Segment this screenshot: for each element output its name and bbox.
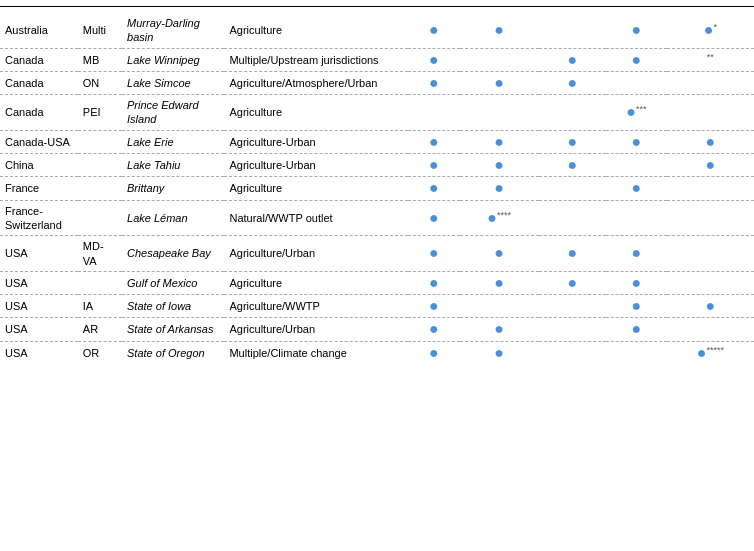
table-row: USA OR State of Oregon Multiple/Climate … [0, 341, 754, 364]
habs-dot-cell: ● [408, 71, 459, 94]
internal-loading-dot-cell [539, 318, 607, 341]
state-cell [78, 271, 122, 294]
prov-area-cell: Murray-Darling basin [122, 13, 224, 48]
massive-fish-kills-dot-cell [606, 71, 667, 94]
limited-recreation-dot-cell [460, 95, 539, 131]
dot-indicator: ● [487, 209, 497, 226]
nutrient-source-cell: Natural/WWTP outlet [224, 200, 408, 236]
state-cell: Multi [78, 13, 122, 48]
dot-indicator: ● [568, 274, 578, 291]
prov-area-cell: Lake Winnipeg [122, 48, 224, 71]
country-cell: Canada [0, 48, 78, 71]
massive-fish-kills-dot-cell [606, 200, 667, 236]
massive-fish-kills-dot-cell: ● [606, 48, 667, 71]
table-row: USA MD-VA Chesapeake Bay Agriculture/Urb… [0, 236, 754, 272]
drinking-supply-dot-cell [667, 95, 754, 131]
dot-indicator: ● [568, 51, 578, 68]
limited-recreation-dot-cell: ● [460, 318, 539, 341]
dot-indicator: ● [429, 156, 439, 173]
nutrient-source-cell: Agriculture/Atmosphere/Urban [224, 71, 408, 94]
country-cell: France [0, 177, 78, 200]
country-cell: USA [0, 271, 78, 294]
dot-indicator: ● [697, 344, 707, 361]
dot-indicator: ● [626, 103, 636, 120]
massive-fish-kills-dot-cell: ●*** [606, 95, 667, 131]
dot-indicator: ● [632, 274, 642, 291]
dot-indicator: ● [568, 133, 578, 150]
prov-area-cell: Brittany [122, 177, 224, 200]
drinking-supply-dot-cell [667, 200, 754, 236]
state-cell: ON [78, 71, 122, 94]
dot-indicator: ● [494, 274, 504, 291]
dot-indicator: ● [632, 51, 642, 68]
nutrient-source-cell: Agriculture-Urban [224, 154, 408, 177]
table-row: France-Switzerland Lake Léman Natural/WW… [0, 200, 754, 236]
limited-recreation-dot-cell: ● [460, 13, 539, 48]
table-row: USA IA State of Iowa Agriculture/WWTP ● … [0, 295, 754, 318]
nutrient-source-cell: Agriculture/Urban [224, 318, 408, 341]
dot-indicator: ● [429, 21, 439, 38]
dot-indicator: ● [429, 74, 439, 91]
state-cell [78, 200, 122, 236]
dot-indicator: ● [632, 133, 642, 150]
table-row: Australia Multi Murray-Darling basin Agr… [0, 13, 754, 48]
country-cell: Canada-USA [0, 130, 78, 153]
state-cell: PEI [78, 95, 122, 131]
nutrient-source-cell: Agriculture/WWTP [224, 295, 408, 318]
limited-recreation-dot-cell: ● [460, 71, 539, 94]
nutrient-source-cell: Multiple/Climate change [224, 341, 408, 364]
habs-dot-cell: ● [408, 13, 459, 48]
dot-indicator: ● [632, 297, 642, 314]
internal-loading-dot-cell: ● [539, 71, 607, 94]
dot-indicator: ● [494, 74, 504, 91]
country-cell: USA [0, 295, 78, 318]
country-cell: Canada [0, 71, 78, 94]
table-row: USA Gulf of Mexico Agriculture ● ● ● ● [0, 271, 754, 294]
habs-dot-cell: ● [408, 48, 459, 71]
table-row: Canada-USA Lake Erie Agriculture-Urban ●… [0, 130, 754, 153]
drinking-supply-dot-cell [667, 177, 754, 200]
limited-recreation-dot-cell [460, 295, 539, 318]
dot-indicator: ● [568, 244, 578, 261]
dot-indicator: ● [632, 244, 642, 261]
internal-loading-dot-cell: ● [539, 154, 607, 177]
drinking-supply-dot-cell: ● [667, 295, 754, 318]
drinking-supply-dot-cell: ● [667, 154, 754, 177]
nutrient-source-cell: Agriculture [224, 271, 408, 294]
drinking-supply-dot-cell [667, 318, 754, 341]
internal-loading-dot-cell [539, 295, 607, 318]
dot-indicator: ● [429, 179, 439, 196]
state-cell: MD-VA [78, 236, 122, 272]
habs-dot-cell: ● [408, 318, 459, 341]
state-cell [78, 130, 122, 153]
dot-indicator: ● [705, 156, 715, 173]
country-cell: USA [0, 318, 78, 341]
dot-indicator: ● [632, 21, 642, 38]
massive-fish-kills-dot-cell [606, 154, 667, 177]
habs-dot-cell: ● [408, 271, 459, 294]
dot-indicator: ● [429, 133, 439, 150]
country-cell: USA [0, 341, 78, 364]
prov-area-cell: State of Iowa [122, 295, 224, 318]
table-row: Canada PEI Prince Edward Island Agricult… [0, 95, 754, 131]
nutrient-source-cell: Agriculture [224, 177, 408, 200]
massive-fish-kills-dot-cell: ● [606, 13, 667, 48]
state-cell: AR [78, 318, 122, 341]
prov-area-cell: Lake Simcoe [122, 71, 224, 94]
prov-area-cell: State of Oregon [122, 341, 224, 364]
limited-recreation-dot-cell [460, 48, 539, 71]
prov-area-cell: Prince Edward Island [122, 95, 224, 131]
habs-dot-cell: ● [408, 154, 459, 177]
internal-loading-dot-cell: ● [539, 236, 607, 272]
table-row: Canada MB Lake Winnipeg Multiple/Upstrea… [0, 48, 754, 71]
state-cell: MB [78, 48, 122, 71]
nutrient-source-cell: Agriculture-Urban [224, 130, 408, 153]
internal-loading-dot-cell: ● [539, 48, 607, 71]
internal-loading-dot-cell: ● [539, 271, 607, 294]
nutrient-source-cell: Agriculture [224, 95, 408, 131]
limited-recreation-dot-cell: ●**** [460, 200, 539, 236]
nutrient-source-cell: Multiple/Upstream jurisdictions [224, 48, 408, 71]
internal-loading-dot-cell: ● [539, 130, 607, 153]
dot-indicator: ● [568, 156, 578, 173]
drinking-supply-dot-cell: ● [667, 130, 754, 153]
